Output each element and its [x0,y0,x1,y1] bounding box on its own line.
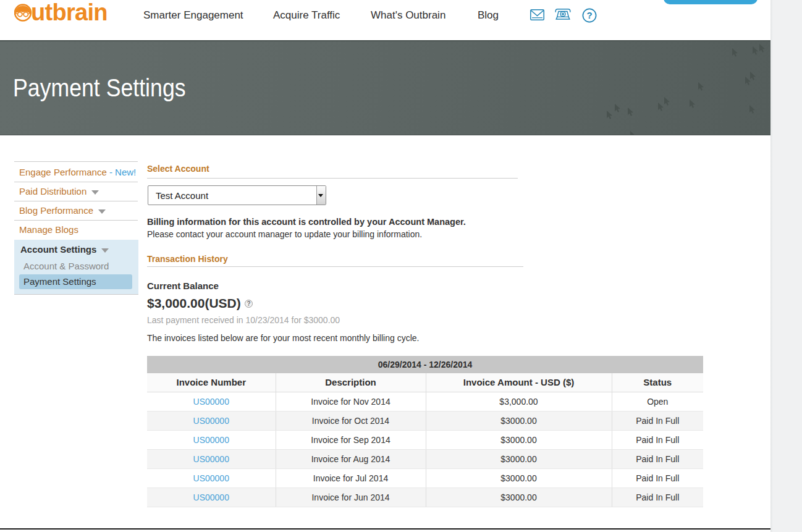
svg-text:?: ? [586,10,592,20]
